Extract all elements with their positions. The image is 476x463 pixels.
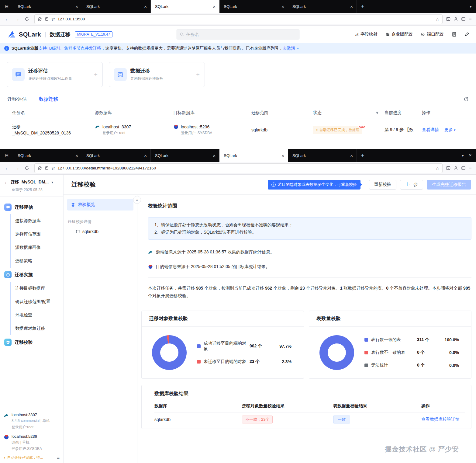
pocket-icon[interactable] — [446, 17, 450, 21]
menu-icon[interactable]: ≡ — [469, 16, 472, 22]
url-toolbar: ← → ⇄ 127.0.0.1:3500/detail.html?id=1928… — [0, 162, 476, 175]
address-bar[interactable]: ⇄ 127.0.0.1:3500/detail.html?id=19288682… — [35, 164, 442, 173]
tab-close-icon[interactable]: × — [74, 153, 80, 158]
enterprise-config-button[interactable]: 企业版配置 — [385, 32, 413, 37]
pocket-icon[interactable] — [446, 166, 450, 170]
tab-migration-eval[interactable]: 迁移评估 — [7, 96, 27, 103]
page-permissions-icon[interactable] — [45, 166, 49, 170]
tab-overview-icon[interactable]: ⊟ — [0, 0, 13, 13]
nav-item-connect-target[interactable]: 连接目标数据库 — [15, 282, 63, 295]
task-row[interactable]: 迁移_MySQL_DM_20250528_0136 localhost :330… — [0, 119, 476, 141]
reload-icon[interactable] — [22, 15, 31, 23]
task-name[interactable]: 迁移_MySQL_DM... — [11, 179, 49, 185]
nav-section-verify[interactable]: 迁移校验 — [0, 335, 63, 349]
back-icon[interactable]: ← — [3, 164, 12, 172]
prev-step-button[interactable]: 上一步 — [400, 180, 423, 190]
tab-close-icon[interactable]: × — [211, 4, 217, 9]
address-bar[interactable]: ⇄ 127.0.0.1:3500 ☆ — [35, 15, 442, 24]
browser-tab[interactable]: SQLark× — [151, 149, 219, 162]
panel-item-sqlarkdb[interactable]: sqlarkdb — [76, 229, 137, 234]
nav-item-eval-scope[interactable]: 选择评估范围 — [15, 228, 63, 241]
activate-link[interactable]: 去激活 » — [283, 46, 299, 50]
nav-item-object-migration[interactable]: 数据库对象迁移 — [15, 322, 63, 335]
nav-item-connect-source[interactable]: 连接源数据库 — [15, 214, 63, 228]
page-permissions-icon[interactable] — [45, 17, 49, 21]
bookmark-star-icon[interactable]: ☆ — [436, 166, 439, 171]
browser-tab[interactable]: SQLark× — [82, 149, 151, 162]
tab-close-icon[interactable]: × — [349, 153, 354, 158]
site-info-icon[interactable]: ⇄ — [51, 17, 55, 22]
panel-item-overview[interactable]: 校验概览 — [67, 199, 133, 211]
bookmark-star-icon[interactable]: ☆ — [436, 17, 439, 22]
tab-close-icon[interactable]: × — [280, 153, 286, 158]
browser-tab[interactable]: SQLark× — [219, 0, 288, 13]
forward-icon[interactable]: → — [13, 15, 21, 23]
recheck-button[interactable]: 重新校验 — [369, 180, 396, 190]
url-text[interactable]: 127.0.0.1:3500/detail.html?id=1928868212… — [57, 166, 433, 170]
browser-tab-active[interactable]: SQLark× — [219, 149, 288, 162]
account-icon[interactable] — [454, 166, 458, 170]
browser-tab-active[interactable]: SQLark× — [151, 0, 219, 13]
account-icon[interactable] — [454, 17, 458, 21]
browser-tab[interactable]: SQLark× — [288, 0, 357, 13]
sidebar-toggle-icon[interactable] — [461, 17, 466, 21]
search-input[interactable] — [186, 32, 296, 37]
shield-icon[interactable] — [38, 166, 42, 170]
list-all-tabs-icon[interactable]: ▾ — [462, 153, 464, 158]
filter-funnel-icon[interactable] — [375, 111, 379, 115]
new-tab-button[interactable]: + — [357, 149, 368, 162]
tab-close-icon[interactable]: × — [74, 4, 80, 9]
refresh-icon[interactable] — [464, 97, 469, 102]
list-all-tabs-icon[interactable]: ▾ — [470, 4, 472, 9]
url-text[interactable]: 127.0.0.1:3500 — [57, 17, 433, 21]
collapse-panel-icon[interactable]: « — [133, 196, 141, 204]
tab-bar: ⊟ SQLark× SQLark× SQLark× SQLark× SQLark… — [0, 0, 476, 13]
add-icon[interactable]: + — [94, 71, 98, 78]
window-close-icon[interactable]: × — [469, 152, 472, 158]
tab-close-icon[interactable]: × — [349, 4, 354, 9]
nav-section-eval[interactable]: 迁移评估 — [0, 200, 63, 214]
nav-item-migration-strategy[interactable]: 迁移策略 — [15, 254, 63, 268]
forward-icon[interactable]: → — [13, 164, 21, 172]
view-db-verify-detail-link[interactable]: 查看数据库校验详情 — [421, 417, 460, 422]
new-tab-button[interactable]: + — [357, 0, 368, 13]
port-config-button[interactable]: 端口配置 — [421, 32, 444, 37]
browser-tab[interactable]: SQLark× — [82, 0, 151, 13]
dm-icon — [4, 434, 9, 440]
search-box[interactable] — [177, 29, 300, 40]
task-list-icon[interactable]: ≡ — [57, 455, 60, 460]
generate-report-button[interactable]: 生成完整迁移报告 — [427, 180, 471, 190]
menu-icon[interactable]: ≡ — [469, 165, 472, 171]
chevron-down-icon[interactable]: ▾ — [51, 180, 53, 184]
tab-close-icon[interactable]: × — [280, 4, 286, 9]
tab-close-icon[interactable]: × — [211, 153, 217, 158]
nav-item-env-check[interactable]: 环境检查 — [15, 308, 63, 322]
add-icon[interactable]: + — [196, 71, 200, 78]
browser-tab[interactable]: SQLark× — [13, 0, 82, 13]
tab-close-icon[interactable]: × — [143, 153, 148, 158]
back-icon[interactable]: ← — [4, 180, 9, 185]
browser-tab[interactable]: SQLark× — [13, 149, 82, 162]
nav-item-confirm-scope[interactable]: 确认迁移范围/配置 — [15, 295, 63, 308]
more-link[interactable]: 更多▾ — [444, 127, 456, 133]
card-migration-eval[interactable]: 迁移评估 评估迁移难点和改写工作量 + — [7, 62, 103, 87]
view-detail-link[interactable]: 查看详情 — [422, 127, 439, 133]
edit-icon[interactable] — [464, 32, 469, 37]
browser-tab[interactable]: SQLark× — [288, 149, 357, 162]
nav-item-source-profile[interactable]: 源数据库画像 — [15, 241, 63, 254]
card-data-migration[interactable]: 数据迁移 异构数据库迁移服务 + — [109, 62, 205, 87]
site-info-icon[interactable]: ⇄ — [51, 166, 55, 171]
sidebar-toggle-icon[interactable] — [461, 166, 466, 170]
shield-icon[interactable] — [38, 17, 42, 21]
brand-name: SQLark — [19, 31, 41, 38]
document-icon[interactable] — [452, 32, 457, 37]
status-cell: ●自动迁移已完成，待处理 24 — [313, 126, 385, 134]
tab-overview-icon[interactable]: ⊟ — [0, 149, 13, 162]
reload-icon[interactable] — [22, 164, 31, 172]
back-icon[interactable]: ← — [3, 15, 12, 23]
banner-feature-link[interactable]: 支持TB级别、集群多节点并发迁移 — [39, 46, 101, 50]
tab-close-icon[interactable]: × — [143, 4, 148, 9]
tab-data-migration[interactable]: 数据迁移 — [39, 96, 58, 103]
field-mapping-button[interactable]: ⇄字段映射 — [355, 32, 378, 37]
nav-section-impl[interactable]: 迁移实施 — [0, 268, 63, 282]
